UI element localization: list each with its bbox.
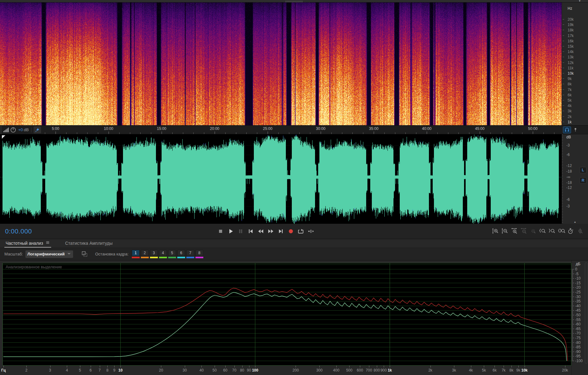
zoom-to-out-point-button[interactable] xyxy=(548,227,556,235)
x-axis-tick xyxy=(384,366,384,367)
frame-hold-button-8[interactable]: 8 xyxy=(195,250,203,258)
frame-hold-button-5[interactable]: 5 xyxy=(168,250,176,258)
waveform-display[interactable] xyxy=(0,134,562,224)
chevron-down-icon xyxy=(67,251,71,257)
playhead-time[interactable]: 0:00.000 xyxy=(5,228,32,235)
ruler-tick xyxy=(172,132,173,134)
x-axis-tick xyxy=(494,366,495,367)
frame-hold-color-swatch xyxy=(168,257,176,258)
play-button[interactable] xyxy=(227,227,235,235)
monitor-headphones-button[interactable] xyxy=(563,126,571,133)
pause-button[interactable] xyxy=(237,227,245,235)
frame-hold-button-3[interactable]: 3 xyxy=(150,250,158,258)
scale-tick xyxy=(563,19,564,19)
scale-tick xyxy=(563,84,564,84)
x-axis-label: 20 xyxy=(159,368,163,372)
x-axis-tick xyxy=(369,366,369,367)
tab-label: Статистика Амплитуды xyxy=(65,241,112,246)
x-axis-tick xyxy=(390,366,390,367)
grip-icon[interactable] xyxy=(0,126,2,134)
zoom-in-horizontal-button[interactable] xyxy=(510,227,518,235)
frame-hold-button-7[interactable]: 7 xyxy=(186,250,194,258)
x-axis-label: 4k xyxy=(469,368,473,372)
scale-tick xyxy=(563,89,564,90)
frequency-scale[interactable]: Hz20k19k18k17k16k15k14k13k12k11k10k9k8k7… xyxy=(562,3,588,125)
spectrogram-display[interactable] xyxy=(0,3,562,125)
timeline-ticks[interactable]: 5:0010:0015:0020:0025:0030:0035:0040:004… xyxy=(0,126,588,134)
gain-value[interactable]: +0 xyxy=(18,127,23,132)
frequency-scale-label: 12k xyxy=(568,61,574,65)
x-axis-tick xyxy=(26,366,27,367)
scale-tick xyxy=(563,73,564,73)
loop-playback-button[interactable] xyxy=(297,227,305,235)
ruler-tick xyxy=(310,132,310,134)
frame-hold-button-6[interactable]: 6 xyxy=(177,250,185,258)
zoom-to-in-point-button[interactable] xyxy=(538,227,547,235)
panel-grip-handle[interactable] xyxy=(285,1,303,2)
x-axis-tick xyxy=(504,366,504,367)
rewind-button[interactable] xyxy=(257,227,265,235)
stop-button[interactable] xyxy=(216,227,225,235)
y-axis-label: -90 xyxy=(575,350,580,354)
levels-meter-icon[interactable] xyxy=(3,126,10,133)
y-axis-label: -65 xyxy=(575,327,580,331)
transport-buttons xyxy=(216,227,315,235)
zoom-to-selection-button[interactable] xyxy=(557,227,565,235)
timer-button[interactable] xyxy=(567,227,575,235)
collapse-panel-icon[interactable]: ▾ xyxy=(579,0,580,3)
timeline-ruler[interactable]: 5:0010:0015:0020:0025:0030:0035:0040:004… xyxy=(0,125,588,134)
y-axis-label: -70 xyxy=(575,331,580,335)
zoom-full-button[interactable] xyxy=(576,227,584,235)
panel-divider[interactable]: ▾ xyxy=(0,0,588,3)
clock-icon[interactable] xyxy=(10,126,17,133)
zoom-out-horizontal-button[interactable] xyxy=(520,227,528,235)
ruler-time-label: 40:00 xyxy=(422,126,431,131)
selection-corner-handle[interactable] xyxy=(2,135,5,139)
frame-hold-button-1[interactable]: 1 xyxy=(132,250,140,258)
x-axis-label: 20k xyxy=(562,368,568,372)
ruler-tick xyxy=(140,132,141,134)
scale-tick xyxy=(563,100,564,100)
skip-to-end-button[interactable] xyxy=(277,227,285,235)
x-axis-tick xyxy=(242,366,243,367)
frequency-plot-canvas[interactable] xyxy=(3,263,571,366)
zoom-reset-button[interactable] xyxy=(529,227,537,235)
x-axis-tick xyxy=(454,366,454,367)
copy-snapshot-button[interactable] xyxy=(81,251,88,258)
frequency-plot[interactable]: Анализированное выделение xyxy=(3,263,571,366)
move-playhead-button[interactable] xyxy=(307,227,315,235)
x-axis-label: 40 xyxy=(200,368,204,372)
scale-tick xyxy=(563,62,564,63)
frequency-scale-label: 4k xyxy=(568,104,572,108)
scale-tick xyxy=(563,35,564,36)
zoom-out-vertical-button[interactable] xyxy=(501,227,509,235)
panel-menu-icon[interactable] xyxy=(45,240,50,246)
zoom-in-vertical-button[interactable] xyxy=(491,227,500,235)
scale-tick xyxy=(563,111,564,111)
fast-forward-button[interactable] xyxy=(267,227,275,235)
ruler-tick xyxy=(331,132,332,134)
marker-pin-icon[interactable] xyxy=(573,127,578,132)
record-button[interactable] xyxy=(287,227,295,235)
expand-arrow-icon[interactable]: ▴ xyxy=(574,220,576,223)
frame-hold-button-2[interactable]: 2 xyxy=(141,250,149,258)
x-axis-tick xyxy=(67,366,67,367)
channel-button-r[interactable]: R xyxy=(580,177,586,184)
channel-button-l[interactable]: L xyxy=(580,167,586,173)
frame-hold-color-swatch xyxy=(177,257,185,258)
ruler-tick xyxy=(427,131,427,134)
scale-dropdown[interactable]: Логарифмический xyxy=(25,250,73,258)
tab-amplitude-statistics[interactable]: Статистика Амплитуды xyxy=(64,239,114,248)
y-axis-label: -5 xyxy=(575,272,579,276)
frequency-scale-label: 15k xyxy=(568,45,574,48)
tab-frequency-analysis[interactable]: Частотный анализ xyxy=(4,239,51,248)
frame-hold-color-swatch xyxy=(141,257,149,258)
pin-button[interactable] xyxy=(34,126,41,133)
x-axis-label: 50 xyxy=(212,368,216,372)
frame-hold-button-4[interactable]: 4 xyxy=(159,250,167,258)
y-axis-label: -100 xyxy=(575,359,583,363)
skip-to-start-button[interactable] xyxy=(247,227,255,235)
ruler-tick xyxy=(543,132,544,134)
ruler-tick xyxy=(469,132,469,134)
amplitude-scale[interactable]: ▴ dB-3-6-12-18-∞-18-12-6-3LR xyxy=(562,134,588,224)
